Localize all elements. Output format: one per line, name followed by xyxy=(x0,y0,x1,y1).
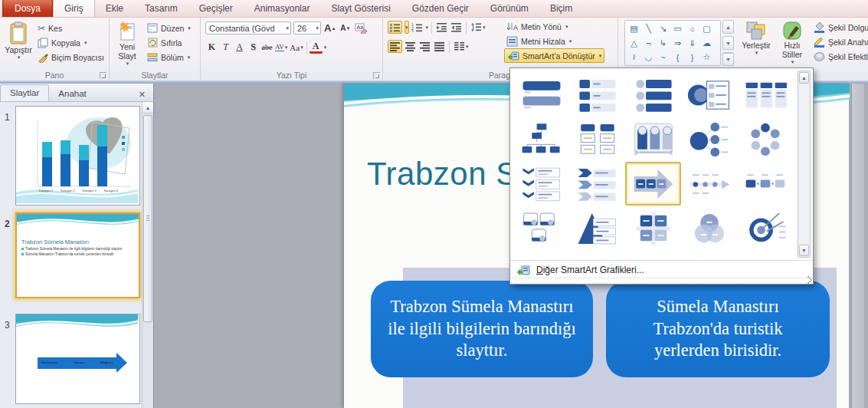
smartart-layout-vertical-block-list[interactable] xyxy=(569,117,625,161)
smartart-layout-pyramid-list[interactable] xyxy=(569,206,625,250)
smartart-layout-vertical-chevron-list[interactable] xyxy=(513,162,569,206)
bold-button[interactable]: K xyxy=(205,41,218,54)
smartart-layout-grid-matrix[interactable] xyxy=(625,206,681,250)
tab-ekle[interactable]: Ekle xyxy=(95,0,134,17)
italic-button[interactable]: T xyxy=(219,41,232,54)
shape-triangle-icon[interactable]: △ xyxy=(627,37,641,50)
smartart-layout-basic-venn[interactable] xyxy=(681,206,737,250)
shape-effects-button[interactable]: Şekil Efektleri xyxy=(811,49,868,64)
reset-button[interactable]: Sıfırla xyxy=(145,35,193,50)
align-text-button[interactable]: Metni Hizala ▾ xyxy=(504,34,604,48)
more-smartart-item[interactable]: Diğer SmartArt Grafikleri... xyxy=(510,260,813,278)
cut-button[interactable]: ✂ Kes xyxy=(35,21,106,35)
copy-button[interactable]: Kopyala ▾ xyxy=(35,35,106,50)
shrink-font-button[interactable]: A▼ xyxy=(339,21,352,35)
tab-tasarim[interactable]: Tasarım xyxy=(134,0,188,17)
justify-button[interactable] xyxy=(433,40,446,53)
shape-cloud-icon[interactable]: ☁ xyxy=(699,37,714,50)
shape-elbow-arrow-icon[interactable]: ↳ xyxy=(656,37,670,50)
gallery-scroll-up-icon[interactable]: ▲ xyxy=(799,72,809,84)
gallery-resize-grip-icon[interactable] xyxy=(804,275,812,284)
tab-slaytlar[interactable]: Slaytlar xyxy=(0,84,49,101)
convert-to-smartart-button[interactable]: SmartArt'a Dönüştür ▾ xyxy=(504,48,604,63)
format-painter-button[interactable]: Biçim Boyacısı xyxy=(35,50,106,64)
grow-font-button[interactable]: A▲ xyxy=(323,21,336,35)
change-case-button[interactable]: Aa▾ xyxy=(289,41,303,54)
tab-slayt-gosterisi[interactable]: Slayt Gösterisi xyxy=(320,0,401,17)
tab-dosya[interactable]: Dosya xyxy=(2,0,53,17)
shapes-scroll-up-icon[interactable]: ▲ xyxy=(722,20,734,34)
panel-scrollbar[interactable]: ▲ xyxy=(142,102,153,408)
numbering-caret-icon[interactable]: ▾ xyxy=(426,25,429,31)
font-size-combobox[interactable]: 26 ▾ xyxy=(293,21,321,35)
shape-rounded-rectangle-icon[interactable]: ▢ xyxy=(699,22,714,35)
increase-indent-button[interactable] xyxy=(450,21,463,34)
numbering-button[interactable]: 123 xyxy=(411,21,424,34)
gallery-scrollbar[interactable]: ▲ ▼ xyxy=(798,71,811,258)
character-spacing-button[interactable]: AV▾ xyxy=(274,41,288,54)
shape-arrow-line-icon[interactable]: ↘ xyxy=(656,22,670,35)
shape-oval-icon[interactable]: ○ xyxy=(685,22,699,35)
shape-outline-button[interactable]: Şekil Anahattı xyxy=(811,35,868,49)
shapes-gallery-scrollbar[interactable]: ▲ ▼ ▼ xyxy=(722,20,734,66)
smartart-layout-vertical-picture-accent-list[interactable] xyxy=(625,117,681,161)
layout-button[interactable]: Düzen ▾ xyxy=(145,21,193,35)
quick-styles-button[interactable]: Hızlı Stiller ▾ xyxy=(775,19,810,68)
shape-star-icon[interactable]: ☆ xyxy=(699,51,714,64)
shape-fill-button[interactable]: Şekil Dolgusu xyxy=(811,20,868,35)
clipboard-dialog-launcher[interactable] xyxy=(100,72,106,79)
tab-giris[interactable]: Giriş xyxy=(53,0,95,17)
paste-button[interactable]: Yapıştır ▾ xyxy=(2,19,34,68)
smartart-layout-alternating-flow[interactable] xyxy=(737,162,793,206)
smartart-layout-horizontal-bullet-list[interactable] xyxy=(737,73,793,117)
smartart-layout-nested-target[interactable] xyxy=(737,206,793,250)
align-right-button[interactable] xyxy=(418,40,431,53)
shape-scribble-icon[interactable]: ≀ xyxy=(627,51,641,64)
panel-scroll-thumb[interactable] xyxy=(143,115,152,322)
align-center-button[interactable] xyxy=(404,40,417,53)
smartart-layout-basic-process[interactable] xyxy=(625,162,681,206)
tab-gorunum[interactable]: Görünüm xyxy=(480,0,539,17)
shape-rectangle-icon[interactable]: ▭ xyxy=(670,22,685,35)
text-direction-button[interactable]: A Metin Yönü ▾ xyxy=(504,19,604,34)
smartart-layout-vertical-bullet-list[interactable] xyxy=(625,73,681,117)
shape-elbow-connector-icon[interactable]: ¬ xyxy=(641,37,656,50)
slide2-thumbnail[interactable]: Trabzon Sümela Manastırı Trabzon Sümela … xyxy=(15,212,140,298)
shapes-more-icon[interactable]: ▼ xyxy=(722,52,734,66)
tab-anahat[interactable]: Anahat xyxy=(49,86,95,101)
clear-formatting-button[interactable]: Aa xyxy=(354,21,368,35)
line-spacing-button[interactable]: ▾ xyxy=(470,21,486,34)
smartart-layout-hierarchy[interactable] xyxy=(513,117,569,161)
panel-close-icon[interactable]: ✕ xyxy=(136,88,149,101)
new-slide-button[interactable]: Yeni Slayt ▾ xyxy=(111,19,143,68)
slide3-thumbnail[interactable]: Gümüşhane Karaca Mağarası xyxy=(15,314,140,404)
decrease-indent-button[interactable] xyxy=(435,21,448,34)
strikethrough-button[interactable]: abe xyxy=(260,41,274,54)
smartart-layout-circle-accent-timeline[interactable] xyxy=(681,162,737,206)
panel-scroll-up-icon[interactable]: ▲ xyxy=(142,102,153,114)
tab-gecisler[interactable]: Geçişler xyxy=(188,0,244,17)
underline-button[interactable]: A xyxy=(233,41,246,54)
smartart-layout-basic-block-list[interactable] xyxy=(513,73,569,117)
tab-bicim[interactable]: Biçim xyxy=(539,0,583,17)
smartart-layout-radial-list[interactable] xyxy=(681,117,737,161)
smartart-layout-chevron-accent-list[interactable] xyxy=(569,162,625,206)
slide1-thumbnail[interactable]: ----- Kategori 1 Kategori 2 Kategori 3 xyxy=(15,106,140,206)
shape-curve-icon[interactable]: ~ xyxy=(656,51,670,64)
smartart-box-2[interactable]: Sümela Manastırı Trabzon'da turistik yer… xyxy=(606,281,830,377)
text-shadow-button[interactable]: S xyxy=(247,41,260,54)
shape-line-icon[interactable]: ╲ xyxy=(641,22,656,35)
smartart-layout-vertical-box-list[interactable] xyxy=(569,73,625,117)
shape-arc-icon[interactable]: ◡ xyxy=(641,51,656,64)
font-name-combobox[interactable]: Constantia (Gövd ▾ xyxy=(205,21,291,35)
smartart-layout-basic-cycle[interactable] xyxy=(737,117,793,161)
shape-text-box-icon[interactable]: ▤ xyxy=(627,22,641,35)
columns-button[interactable]: ▾ xyxy=(453,40,470,53)
vertical-scrollbar[interactable] xyxy=(851,84,864,408)
shape-right-arrow-icon[interactable]: ⇒ xyxy=(670,37,685,50)
align-left-button[interactable] xyxy=(388,40,402,53)
smartart-layout-continuous-picture-list[interactable] xyxy=(681,73,737,117)
shape-right-brace-icon[interactable]: } xyxy=(685,51,699,64)
shapes-gallery[interactable]: ▤╲↘▭○▢△¬↳⇒⇓☁≀◡~{}☆ xyxy=(624,20,721,66)
font-dialog-launcher[interactable] xyxy=(373,72,380,79)
